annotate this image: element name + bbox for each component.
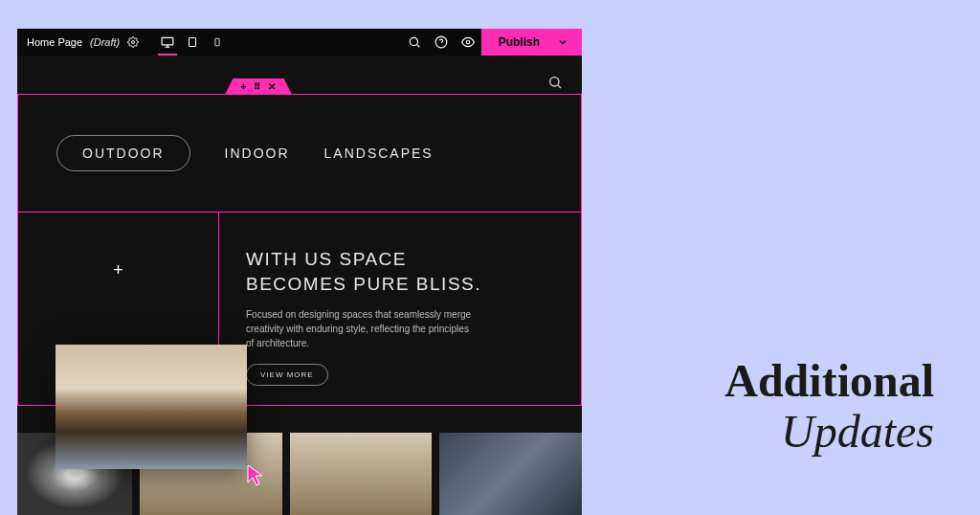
svg-line-7 [416,45,419,48]
nav-tab-indoor[interactable]: INDOOR [225,146,290,161]
gear-icon[interactable] [127,36,139,48]
svg-point-11 [550,78,559,86]
search-icon[interactable] [401,29,428,56]
toolbar-left: Home Page (Draft) [17,29,225,56]
headline-line-2: BECOMES PURE BLISS. [246,272,554,297]
hero-headline[interactable]: WITH US SPACE BECOMES PURE BLISS. [246,247,554,296]
preview-icon[interactable] [455,29,481,56]
dragged-image[interactable] [56,345,247,469]
view-more-button[interactable]: VIEW MORE [246,364,328,386]
category-nav: OUTDOOR INDOOR LANDSCAPES [18,95,581,213]
toolbar-right: Publish [401,29,582,56]
close-section-icon[interactable]: ✕ [268,82,276,92]
help-icon[interactable] [428,29,455,56]
svg-line-12 [558,85,561,88]
headline-line-1: WITH US SPACE [246,247,554,272]
nav-tab-outdoor[interactable]: OUTDOOR [56,135,190,171]
device-switcher [160,29,225,56]
content-right-slot[interactable]: WITH US SPACE BECOMES PURE BLISS. Focuse… [219,213,581,405]
editor-window: Home Page (Draft) [17,29,582,515]
page-title: Home Page [27,36,82,48]
svg-point-0 [132,41,135,44]
section-handle[interactable]: + ⠿ ✕ [225,78,292,95]
svg-point-6 [410,37,417,45]
hero-body[interactable]: Focused on designing spaces that seamles… [246,307,476,350]
svg-rect-1 [162,37,173,45]
add-section-icon[interactable]: + [241,82,247,92]
gallery-image[interactable] [439,433,582,515]
device-desktop-button[interactable] [160,29,175,56]
chevron-down-icon [557,36,568,48]
page-status: (Draft) [90,36,120,48]
add-element-icon[interactable]: + [113,260,123,280]
publish-button[interactable]: Publish [481,29,582,56]
cursor-pointer-icon [245,463,268,486]
overlay-headline-line-1: Additional [724,356,934,407]
drag-handle-icon[interactable]: ⠿ [254,82,260,92]
svg-point-10 [466,40,470,44]
canvas[interactable]: + ⠿ ✕ OUTDOOR INDOOR LANDSCAPES + WITH U… [17,56,582,515]
svg-rect-5 [215,38,219,46]
canvas-search-icon[interactable] [547,75,563,90]
device-tablet-button[interactable] [185,29,200,56]
publish-label: Publish [499,35,540,49]
svg-rect-4 [189,38,196,47]
toolbar: Home Page (Draft) [17,29,582,56]
overlay-headline: Additional Updates [724,356,934,458]
gallery-image[interactable] [290,433,433,515]
device-mobile-button[interactable] [210,29,225,56]
overlay-headline-line-2: Updates [724,407,934,458]
nav-tab-landscapes[interactable]: LANDSCAPES [324,146,434,161]
